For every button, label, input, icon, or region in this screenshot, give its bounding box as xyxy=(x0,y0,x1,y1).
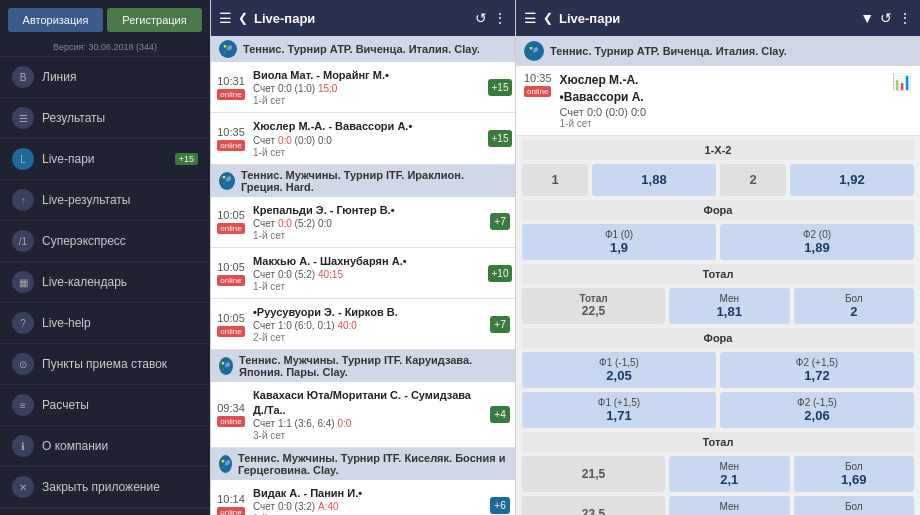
match-item-t2-2[interactable]: 10:05 online •Руусувуори Э. - Кирков В. … xyxy=(211,299,515,350)
bet-cell-fora2-1-1[interactable]: Ф2 (-1,5) 2,06 xyxy=(720,392,914,428)
bet-total2-number-0: 21,5 xyxy=(582,467,605,481)
bet-cell-total1-bol[interactable]: Бол 2 xyxy=(794,288,915,324)
sidebar-item-raschety[interactable]: ≡ Расчеты xyxy=(0,385,210,426)
bet-cell-total2-men-1[interactable]: Мен 1,61 xyxy=(669,496,790,515)
match-item-t1-1[interactable]: 10:35 online Хюслер М.-А. - Вавассори А.… xyxy=(211,113,515,164)
match-item-t2-1[interactable]: 10:05 online Макхью А. - Шахнубарян А.• … xyxy=(211,248,515,299)
sidebar-item-live-help[interactable]: ? Live-help xyxy=(0,303,210,344)
bet-cell-fora2-1-0[interactable]: Ф1 (+1,5) 1,71 xyxy=(522,392,716,428)
right-refresh-icon[interactable]: ↺ xyxy=(880,10,892,26)
bet-value-fora2-1-1: 2,06 xyxy=(804,408,829,423)
middle-refresh-icon[interactable]: ↺ xyxy=(475,10,487,26)
bet-section-title-fora2: Фора xyxy=(522,328,914,348)
match-item-t1-0[interactable]: 10:31 online Виола Мат. - Морайнг М.• Сч… xyxy=(211,62,515,113)
match-score-t2-0: Счет 0:0 (5:2) 0:0 xyxy=(253,217,481,230)
bet-value-fora2-0-0: 2,05 xyxy=(606,368,631,383)
bet-cell-total2-bol-0[interactable]: Бол 1,69 xyxy=(794,456,915,492)
bet-cell-1x2-3[interactable]: 1,92 xyxy=(790,164,914,196)
match-time-t2-0: 10:05 online xyxy=(211,201,249,243)
bet-cell-total2-men-0[interactable]: Мен 2,1 xyxy=(669,456,790,492)
match-info-t2-2: •Руусувуори Э. - Кирков В. Счет 1:0 (6:0… xyxy=(249,303,485,345)
match-info-t3-0: Кавахаси Юта/Моритани С. - Сумидзава Д./… xyxy=(249,386,485,443)
detail-player2: •Вавассори А. xyxy=(560,89,884,106)
match-odds-btn-t3-0[interactable]: +4 xyxy=(485,386,515,443)
detail-time-block: 10:35 online xyxy=(524,72,552,97)
sidebar-item-o-kompanii[interactable]: ℹ О компании xyxy=(0,426,210,467)
match-set-t1-0: 1-й сет xyxy=(253,95,481,106)
middle-back-icon[interactable]: ❮ xyxy=(238,11,248,25)
sidebar-item-live-calendar[interactable]: ▦ Live-календарь xyxy=(0,262,210,303)
match-odds-btn-t2-1[interactable]: +10 xyxy=(485,252,515,294)
match-odds-btn-t4-0[interactable]: +6 xyxy=(485,484,515,515)
sidebar-item-liniya[interactable]: B Линия xyxy=(0,57,210,98)
match-score-t3-0: Счет 1:1 (3:6, 6:4) 0:0 xyxy=(253,417,481,430)
match-players-t1-0: Виола Мат. - Морайнг М.• xyxy=(253,68,481,82)
sidebar-item-punkty[interactable]: ⊙ Пункты приема ставок xyxy=(0,344,210,385)
matches-list: 🎾 Теннис. Турнир АТР. Виченца. Италия. C… xyxy=(211,36,515,515)
sidebar-item-icon-punkty: ⊙ xyxy=(12,353,34,375)
bet-cell-total1-men[interactable]: Мен 1,81 xyxy=(669,288,790,324)
match-odds-btn-t1-0[interactable]: +15 xyxy=(485,66,515,108)
sidebar-footer-settings[interactable]: ⚙ Настройки 🇷🇺 xyxy=(0,508,210,515)
match-odds-btn-t2-2[interactable]: +7 xyxy=(485,303,515,345)
match-score-t2-1: Счет 0:0 (5:2) 40:15 xyxy=(253,268,481,281)
sidebar-item-label-raschety: Расчеты xyxy=(42,398,89,412)
bet-cell-total2-label-0: 21,5 xyxy=(522,456,665,492)
sidebar-item-rezultaty[interactable]: ☰ Результаты xyxy=(0,98,210,139)
odds-badge-t1-0: +15 xyxy=(488,79,513,96)
auth-button[interactable]: Авторизация xyxy=(8,8,103,32)
match-players-t2-2: •Руусувуори Э. - Кирков В. xyxy=(253,305,481,319)
sidebar-item-icon-o-kompanii: ℹ xyxy=(12,435,34,457)
tournament-name-t3: Теннис. Мужчины. Турнир ITF. Каруидзава.… xyxy=(239,354,507,378)
right-more-icon[interactable]: ⋮ xyxy=(898,10,912,26)
middle-menu-icon[interactable]: ☰ xyxy=(219,10,232,26)
sidebar-item-icon-raschety: ≡ xyxy=(12,394,34,416)
right-panel-header: ☰ ❮ Live-пари ▼ ↺ ⋮ xyxy=(516,0,920,36)
right-back-icon[interactable]: ❮ xyxy=(543,11,553,25)
match-detail-header: 🎾 Теннис. Турнир АТР. Виченца. Италия. C… xyxy=(516,36,920,66)
odds-badge-t2-2: +7 xyxy=(490,316,509,333)
bet-cell-total2-bol-1[interactable]: Бол 2,23 xyxy=(794,496,915,515)
bet-section-title-total2: Тотал xyxy=(522,432,914,452)
middle-panel-header: ☰ ❮ Live-пари ↺ ⋮ xyxy=(211,0,515,36)
bet-cell-fora1-0[interactable]: Ф1 (0) 1,9 xyxy=(522,224,716,260)
bet-section-title-total1: Тотал xyxy=(522,264,914,284)
sidebar-item-live-rezultaty[interactable]: ↑ Live-результаты xyxy=(0,180,210,221)
bet-value-men1: 1,81 xyxy=(717,304,742,319)
sidebar-item-zakryt[interactable]: ✕ Закрыть приложение xyxy=(0,467,210,508)
match-info-t2-1: Макхью А. - Шахнубарян А.• Счет 0:0 (5:2… xyxy=(249,252,485,294)
middle-more-icon[interactable]: ⋮ xyxy=(493,10,507,26)
detail-set: 1-й сет xyxy=(560,118,884,129)
right-menu-icon[interactable]: ☰ xyxy=(524,10,537,26)
sidebar-item-label-rezultaty: Результаты xyxy=(42,111,105,125)
bet-value-bol1: 2 xyxy=(850,304,857,319)
match-detail-tournament: Теннис. Турнир АТР. Виченца. Италия. Cla… xyxy=(550,45,787,57)
bet-cell-1x2-1[interactable]: 1,88 xyxy=(592,164,716,196)
bet-cell-fora1-1[interactable]: Ф2 (0) 1,89 xyxy=(720,224,914,260)
sidebar-item-icon-live-rezultaty: ↑ xyxy=(12,189,34,211)
sidebar-item-icon-live-calendar: ▦ xyxy=(12,271,34,293)
sidebar-item-label-liniya: Линия xyxy=(42,70,76,84)
detail-players: Хюслер М.-А. •Вавассори А. Счет 0:0 (0:0… xyxy=(560,72,884,129)
detail-chart-icon[interactable]: 📊 xyxy=(892,72,912,91)
bet-cell-label-fora1-0: Ф1 (0) xyxy=(605,229,633,240)
match-odds-btn-t2-0[interactable]: +7 xyxy=(485,201,515,243)
right-filter-icon[interactable]: ▼ xyxy=(860,10,874,26)
online-badge-t1-1: online xyxy=(217,140,244,151)
bet-value-total2-bol-1: 2,23 xyxy=(841,512,866,515)
match-item-t2-0[interactable]: 10:05 online Крепальди Э. - Гюнтер В.• С… xyxy=(211,197,515,248)
match-item-t4-0[interactable]: 10:14 online Видак А. - Панин И.• Счет 0… xyxy=(211,480,515,515)
reg-button[interactable]: Регистрация xyxy=(107,8,202,32)
sidebar-item-label-live-pari: Live-пари xyxy=(42,152,95,166)
sidebar-item-superexpress[interactable]: /1 Суперэкспресс xyxy=(0,221,210,262)
match-info-t4-0: Видак А. - Панин И.• Счет 0:0 (3:2) А:40… xyxy=(249,484,485,515)
bet-cell-label-fora1-1: Ф2 (0) xyxy=(803,229,831,240)
match-item-t3-0[interactable]: 09:34 online Кавахаси Юта/Моритани С. - … xyxy=(211,382,515,448)
sidebar-item-live-pari[interactable]: L Live-пари +15 xyxy=(0,139,210,180)
bet-cell-fora2-0-1[interactable]: Ф2 (+1,5) 1,72 xyxy=(720,352,914,388)
tournament-sport-icon-t1: 🎾 xyxy=(219,40,237,58)
odds-badge-t1-1: +15 xyxy=(488,130,513,147)
bet-cell-fora2-0-0[interactable]: Ф1 (-1,5) 2,05 xyxy=(522,352,716,388)
online-badge-t2-1: online xyxy=(217,275,244,286)
match-odds-btn-t1-1[interactable]: +15 xyxy=(485,117,515,159)
